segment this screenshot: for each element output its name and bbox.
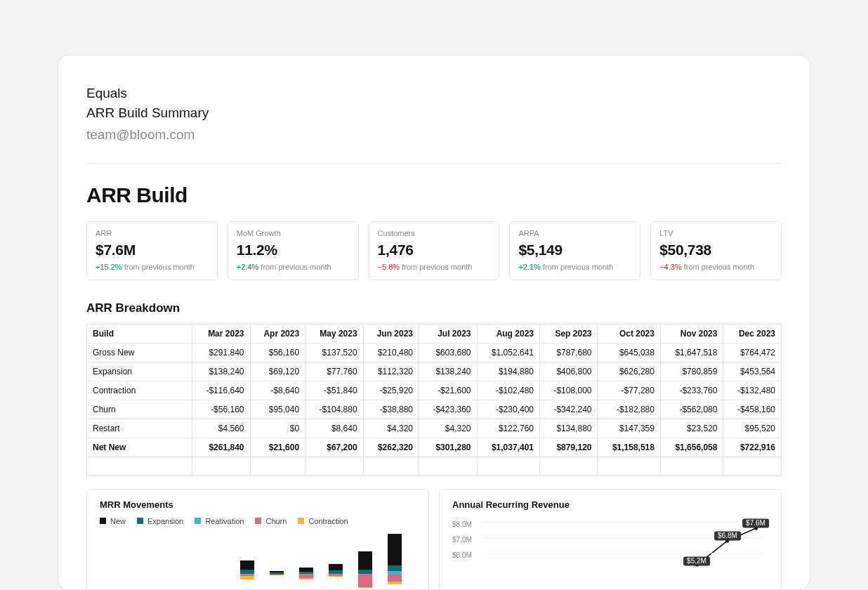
table-cell: $23,520 xyxy=(660,419,723,438)
metric-card: Customers1,476−5.8% from previous month xyxy=(369,221,500,280)
mrr-segment xyxy=(299,578,313,579)
arr-tick: $6.0M xyxy=(452,548,472,563)
table-header-cell: Dec 2023 xyxy=(723,324,782,343)
table-header-cell: Oct 2023 xyxy=(598,324,660,343)
arr-data-label: $5.2M xyxy=(683,556,710,565)
table-header-cell: Aug 2023 xyxy=(477,324,539,343)
table-header-cell: Build xyxy=(87,324,192,343)
table-cell xyxy=(363,457,419,476)
report-email: team@bloom.com xyxy=(86,125,782,145)
mrr-bars xyxy=(100,534,416,589)
table-cell: -$38,880 xyxy=(363,400,419,419)
mrr-segment xyxy=(240,576,254,579)
table-cell: $56,160 xyxy=(250,343,305,362)
table-cell: $291,840 xyxy=(192,343,251,362)
arr-chart-title: Annual Recurring Revenue xyxy=(452,499,768,510)
arr-tick: $7.0M xyxy=(452,532,472,548)
arr-chart: $8.0M $7.0M $6.0M xyxy=(452,517,768,580)
metric-label: ARPA xyxy=(518,229,631,237)
table-cell: $95,040 xyxy=(250,400,305,419)
table-cell: $138,240 xyxy=(419,362,478,381)
table-cell: -$230,400 xyxy=(477,400,539,419)
table-cell xyxy=(305,457,364,476)
table-cell: -$132,480 xyxy=(723,381,782,400)
table-header-cell: Jul 2023 xyxy=(419,324,478,343)
table-cell xyxy=(250,457,305,476)
table-row: Net New$261,840$21,600$67,200$262,320$30… xyxy=(87,438,782,457)
metric-delta: +15.2% from previous month xyxy=(96,263,209,271)
table-header-cell: Jun 2023 xyxy=(363,324,419,343)
table-row: Churn-$56,160$95,040-$104,880-$38,880-$4… xyxy=(87,400,782,419)
table-cell xyxy=(477,457,539,476)
table-row: Restart$4,560$0$8,640$4,320$4,320$122,76… xyxy=(87,419,782,438)
table-cell xyxy=(419,457,478,476)
table-cell: $194,880 xyxy=(477,362,539,381)
table-cell: $1,158,518 xyxy=(598,438,660,457)
table-cell: Churn xyxy=(87,400,192,419)
table-cell: $77,760 xyxy=(305,362,364,381)
table-cell: $787,680 xyxy=(539,343,598,362)
metric-delta: +2.1% from previous month xyxy=(518,263,631,271)
table-cell: $112,320 xyxy=(363,362,419,381)
table-cell: Restart xyxy=(87,419,192,438)
table-cell: $1,052,641 xyxy=(477,343,539,362)
mrr-bar-column-neg xyxy=(388,575,402,584)
legend-swatch-contraction xyxy=(298,518,304,524)
table-cell: -$104,880 xyxy=(305,400,364,419)
report-card: Equals ARR Build Summary team@bloom.com … xyxy=(58,55,810,590)
metric-row: ARR$7.6M+15.2% from previous monthMoM Gr… xyxy=(86,221,782,280)
legend-swatch-churn xyxy=(255,518,261,524)
table-cell: $879,120 xyxy=(539,438,598,457)
table-cell: $764,472 xyxy=(723,343,782,362)
table-row: Expansion$138,240$69,120$77,760$112,320$… xyxy=(87,362,782,381)
mrr-bar-column xyxy=(388,534,402,575)
table-cell: -$108,000 xyxy=(539,381,598,400)
table-cell: $95,520 xyxy=(723,419,782,438)
table-cell: $138,240 xyxy=(192,362,251,381)
table-header-cell: Sep 2023 xyxy=(539,324,598,343)
table-cell: -$233,760 xyxy=(660,381,723,400)
metric-value: $7.6M xyxy=(96,242,209,258)
metric-value: 11.2% xyxy=(237,242,350,258)
table-header-cell: Mar 2023 xyxy=(192,324,251,343)
table-cell: $262,320 xyxy=(363,438,419,457)
table-row: Gross New$291,840$56,160$137,520$210,480… xyxy=(87,343,782,362)
arr-data-label: $7.6M xyxy=(742,518,769,527)
table-cell: Net New xyxy=(87,438,192,457)
metric-label: ARR xyxy=(96,229,209,237)
report-header: Equals ARR Build Summary team@bloom.com xyxy=(86,84,782,145)
table-header-cell: Apr 2023 xyxy=(250,324,305,343)
arr-line-svg xyxy=(483,517,764,580)
table-cell: $4,560 xyxy=(192,419,251,438)
table-cell: -$21,600 xyxy=(419,381,478,400)
table-cell: $147,359 xyxy=(598,419,660,438)
arr-data-label: $6.8M xyxy=(714,531,741,540)
table-cell: $626,280 xyxy=(598,362,660,381)
metric-delta: +2.4% from previous month xyxy=(237,263,350,271)
mrr-segment xyxy=(329,564,343,570)
table-row: Contraction-$116,640-$8,640-$51,840-$25,… xyxy=(87,381,782,400)
table-cell: $261,840 xyxy=(192,438,251,457)
table-cell: $1,037,401 xyxy=(477,438,539,457)
table-cell: -$56,160 xyxy=(192,400,251,419)
table-cell: $301,280 xyxy=(419,438,478,457)
table-cell: -$8,640 xyxy=(250,381,305,400)
breakdown-table: BuildMar 2023Apr 2023May 2023Jun 2023Jul… xyxy=(86,324,782,476)
mrr-segment xyxy=(240,560,254,570)
table-cell: $122,760 xyxy=(477,419,539,438)
mrr-bar-column xyxy=(329,564,343,575)
metric-delta: −5.8% from previous month xyxy=(378,263,491,271)
table-cell xyxy=(192,457,251,476)
legend-label: New xyxy=(110,517,126,525)
legend-swatch-new xyxy=(100,518,106,524)
mrr-segment xyxy=(388,575,402,582)
legend-item-expansion: Expansion xyxy=(137,517,183,525)
table-cell: $1,656,058 xyxy=(660,438,723,457)
mrr-bar-column xyxy=(299,568,313,575)
charts-row: MRR Movements New Expansion Reativation … xyxy=(86,489,782,590)
table-cell: -$182,880 xyxy=(598,400,660,419)
report-title: ARR Build Summary xyxy=(86,103,782,123)
mrr-segment xyxy=(358,587,372,588)
mrr-segment xyxy=(388,565,402,571)
mrr-bar-column-neg xyxy=(299,575,313,579)
